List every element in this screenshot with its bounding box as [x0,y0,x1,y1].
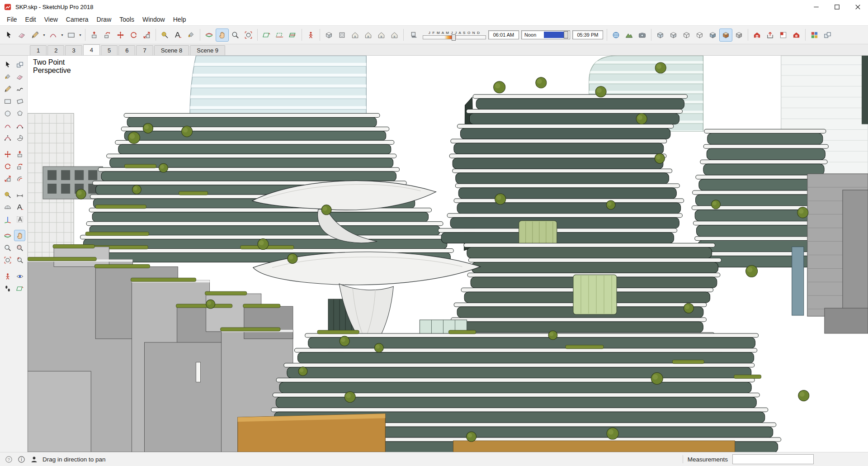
style-shaded-button[interactable] [706,29,719,42]
tool-protractor[interactable] [2,201,13,213]
tool-line[interactable] [2,83,13,95]
style-back-edges-button[interactable] [667,29,680,42]
menu-tools[interactable]: Tools [115,14,138,25]
tool-three-point-arc[interactable] [2,132,13,143]
tool-pie[interactable] [14,132,25,143]
menu-window[interactable]: Window [138,14,169,25]
select-button[interactable] [2,29,15,42]
components-panel-button[interactable] [821,29,834,42]
shadow-date-thumb[interactable] [452,34,456,41]
scene-tab-4[interactable]: 4 [83,44,100,55]
minimize-button[interactable] [806,0,826,14]
iso-view-button[interactable] [322,29,335,42]
top-view-button[interactable] [335,29,349,42]
info-icon[interactable]: i [17,455,26,464]
style-shaded-textures-button[interactable] [719,29,732,42]
push-pull-button[interactable] [88,29,101,42]
tool-section-plane[interactable] [14,283,25,294]
tool-tape-measure[interactable] [2,189,13,200]
maximize-button[interactable] [826,0,847,14]
follow-me-button[interactable] [101,29,114,42]
scene-tab-scene-8[interactable]: Scene 8 [154,45,189,55]
measurements-input[interactable] [732,454,814,464]
tool-circle[interactable] [2,108,13,119]
menu-camera[interactable]: Camera [62,14,93,25]
tool-move[interactable] [2,148,13,160]
scale-button[interactable] [140,29,153,42]
arc-dropdown[interactable]: ▾ [60,29,65,42]
left-view-button[interactable] [388,29,401,42]
close-button[interactable] [847,0,868,14]
viewport[interactable]: Two Point Perspective [28,56,868,452]
tool-3d-text[interactable] [14,214,25,225]
menu-draw[interactable]: Draw [93,14,116,25]
menu-view[interactable]: View [40,14,62,25]
model-3d-view[interactable] [28,56,868,452]
scene-tab-scene-9[interactable]: Scene 9 [190,45,225,55]
tool-select[interactable] [2,59,13,70]
tool-zoom-previous[interactable] [14,254,25,266]
tool-look-around[interactable] [14,271,25,282]
tool-zoom-window[interactable] [14,242,25,253]
tool-pan[interactable] [14,230,25,241]
paint-bucket-button[interactable] [184,29,198,42]
tool-text[interactable] [14,201,25,213]
tool-paint-bucket[interactable] [2,71,13,82]
section-cut-button[interactable] [286,29,299,42]
extension-warehouse-button[interactable] [790,29,803,42]
line-button[interactable] [28,29,42,42]
tool-make-component[interactable] [14,59,25,70]
zoom-extents-button[interactable] [242,29,255,42]
rectangle-dropdown[interactable]: ▾ [78,29,83,42]
position-camera-button[interactable] [304,29,317,42]
tool-orbit[interactable] [2,230,13,241]
move-button[interactable] [114,29,127,42]
tool-rotate[interactable] [2,161,13,172]
eraser-button[interactable] [15,29,28,42]
scene-tab-7[interactable]: 7 [136,45,153,55]
rectangle-button[interactable] [65,29,78,42]
tool-dimension[interactable] [14,189,25,200]
text-button[interactable] [171,29,184,42]
pan-button[interactable] [216,29,229,42]
add-location-button[interactable] [609,29,623,42]
tool-push-pull[interactable] [14,148,25,160]
back-view-button[interactable] [375,29,388,42]
tool-freehand[interactable] [14,83,25,95]
tool-two-point-arc[interactable] [14,120,25,131]
rotate-button[interactable] [127,29,140,42]
shadow-time-slider[interactable]: Noon [521,30,570,39]
style-monochrome-button[interactable] [732,29,745,42]
scene-tab-6[interactable]: 6 [118,45,135,55]
tool-rectangle[interactable] [2,95,13,107]
share-model-button[interactable] [764,29,777,42]
menu-help[interactable]: Help [169,14,190,25]
tool-zoom[interactable] [2,242,13,253]
tool-walk[interactable] [2,283,13,294]
tape-measure-button[interactable] [158,29,171,42]
tool-eraser[interactable] [14,71,25,82]
tool-offset[interactable] [14,173,25,184]
arc-button[interactable] [47,29,60,42]
line-dropdown[interactable]: ▾ [42,29,47,42]
tool-position-camera[interactable] [2,271,13,282]
tool-polygon[interactable] [14,108,25,119]
menu-file[interactable]: File [3,14,21,25]
shadow-time-start[interactable]: 06:01 AM [488,30,519,39]
send-to-layout-button[interactable] [777,29,790,42]
tool-rotated-rectangle[interactable] [14,95,25,107]
toggle-terrain-button[interactable] [623,29,636,42]
right-view-button[interactable] [362,29,375,42]
scene-tab-2[interactable]: 2 [47,45,64,55]
help-icon[interactable]: ? [5,455,13,464]
style-wireframe-button[interactable] [680,29,693,42]
shadows-toggle-button[interactable] [407,29,420,42]
style-xray-button[interactable] [654,29,667,42]
shadow-time-thumb[interactable] [564,31,568,38]
materials-panel-button[interactable] [808,29,821,42]
shadow-date-slider[interactable]: J F M A M J J A S O N D [423,31,486,39]
photo-textures-button[interactable] [636,29,649,42]
tool-axes[interactable] [2,214,13,225]
tool-zoom-extents[interactable] [2,254,13,266]
scene-tab-5[interactable]: 5 [101,45,118,55]
